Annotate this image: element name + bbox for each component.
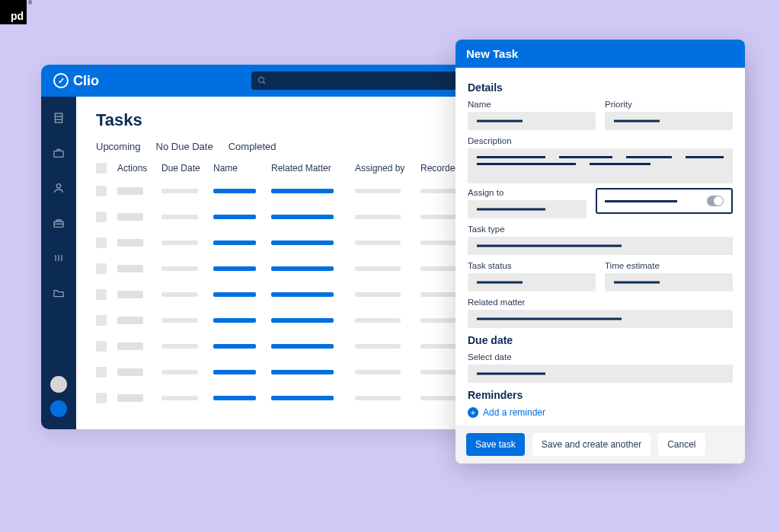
- name-link[interactable]: [213, 318, 256, 323]
- person-icon[interactable]: [53, 182, 65, 194]
- assigned-placeholder: [355, 266, 401, 271]
- new-task-modal: New Task Details Name Priority Descripti…: [456, 40, 745, 464]
- matter-link[interactable]: [271, 189, 334, 193]
- recorded-placeholder: [420, 266, 459, 271]
- actions-placeholder[interactable]: [117, 187, 143, 195]
- section-reminders: Reminders: [468, 389, 733, 401]
- recorded-placeholder: [420, 370, 459, 374]
- due-placeholder: [161, 292, 198, 297]
- actions-placeholder[interactable]: [117, 394, 143, 402]
- svg-rect-2: [55, 113, 62, 123]
- name-link[interactable]: [213, 396, 256, 400]
- recorded-placeholder: [420, 396, 459, 400]
- action-circle[interactable]: [50, 400, 67, 417]
- save-task-button[interactable]: Save task: [466, 433, 525, 456]
- assign-toggle[interactable]: [707, 196, 724, 206]
- plus-icon: +: [468, 407, 478, 418]
- time-estimate-field[interactable]: [605, 273, 733, 291]
- search-input[interactable]: [251, 72, 457, 90]
- col-actions: Actions: [117, 163, 161, 174]
- pd-badge: [0, 0, 27, 24]
- section-due-date: Due date: [468, 334, 733, 346]
- name-link[interactable]: [213, 370, 256, 374]
- actions-placeholder[interactable]: [117, 342, 143, 350]
- row-checkbox[interactable]: [96, 367, 107, 377]
- folder-icon[interactable]: [53, 287, 65, 299]
- actions-placeholder[interactable]: [117, 239, 143, 247]
- row-checkbox[interactable]: [96, 237, 107, 248]
- matter-link[interactable]: [271, 241, 334, 245]
- building-icon[interactable]: [53, 112, 65, 124]
- due-placeholder: [161, 215, 198, 219]
- assigned-placeholder: [355, 318, 401, 323]
- cancel-button[interactable]: Cancel: [658, 433, 705, 456]
- assigned-placeholder: [355, 370, 401, 374]
- matter-link[interactable]: [271, 344, 334, 349]
- row-checkbox[interactable]: [96, 212, 107, 222]
- row-checkbox[interactable]: [96, 393, 107, 403]
- description-field[interactable]: [468, 148, 733, 183]
- row-checkbox[interactable]: [96, 289, 107, 300]
- actions-placeholder[interactable]: [117, 317, 143, 324]
- toolbox-icon[interactable]: [53, 217, 65, 229]
- name-link[interactable]: [213, 266, 256, 271]
- avatar-circle[interactable]: [50, 376, 67, 393]
- bars-icon[interactable]: [53, 252, 65, 264]
- assigned-placeholder: [355, 189, 401, 193]
- matter-link[interactable]: [271, 266, 334, 271]
- label-related-matter: Related matter: [468, 298, 733, 307]
- actions-placeholder[interactable]: [117, 368, 143, 376]
- actions-placeholder[interactable]: [117, 265, 143, 272]
- matter-link[interactable]: [271, 370, 334, 374]
- related-matter-field[interactable]: [468, 310, 733, 328]
- label-task-type: Task type: [468, 225, 733, 234]
- actions-placeholder[interactable]: [117, 291, 143, 298]
- recorded-placeholder: [420, 241, 459, 245]
- tab-upcoming[interactable]: Upcoming: [96, 141, 141, 152]
- row-checkbox[interactable]: [96, 186, 107, 196]
- save-create-another-button[interactable]: Save and create another: [532, 433, 651, 456]
- name-link[interactable]: [213, 215, 256, 219]
- col-assigned: Assigned by: [355, 163, 420, 174]
- assigned-placeholder: [355, 396, 401, 400]
- sidebar: [41, 97, 76, 429]
- assigned-placeholder: [355, 292, 401, 297]
- recorded-placeholder: [420, 189, 459, 193]
- row-checkbox[interactable]: [96, 315, 107, 326]
- due-placeholder: [161, 344, 198, 349]
- matter-link[interactable]: [271, 292, 334, 297]
- assign-to-field[interactable]: [468, 200, 587, 218]
- task-type-field[interactable]: [468, 237, 733, 255]
- assign-toggle-box[interactable]: [596, 188, 733, 214]
- tab-completed[interactable]: Completed: [229, 141, 277, 152]
- label-assign-to: Assign to: [468, 188, 587, 197]
- name-link[interactable]: [213, 189, 256, 193]
- svg-rect-5: [54, 151, 63, 157]
- add-reminder-link[interactable]: + Add a reminder: [468, 407, 733, 418]
- matter-link[interactable]: [271, 215, 334, 219]
- search-icon: [257, 76, 267, 85]
- name-link[interactable]: [213, 344, 256, 349]
- svg-point-6: [56, 184, 60, 188]
- due-placeholder: [161, 370, 198, 374]
- add-reminder-label: Add a reminder: [483, 407, 545, 418]
- actions-placeholder[interactable]: [117, 213, 143, 221]
- row-checkbox[interactable]: [96, 341, 107, 352]
- due-placeholder: [161, 266, 198, 271]
- tab-no-due-date[interactable]: No Due Date: [156, 141, 213, 152]
- label-time-estimate: Time estimate: [605, 261, 733, 270]
- select-all-checkbox[interactable]: [96, 163, 107, 174]
- due-placeholder: [161, 241, 198, 245]
- name-link[interactable]: [213, 292, 256, 297]
- due-placeholder: [161, 396, 198, 400]
- name-field[interactable]: [468, 112, 596, 130]
- row-checkbox[interactable]: [96, 263, 107, 274]
- select-date-field[interactable]: [468, 365, 733, 383]
- matter-link[interactable]: [271, 318, 334, 323]
- task-status-field[interactable]: [468, 273, 596, 291]
- name-link[interactable]: [213, 241, 256, 245]
- briefcase-icon[interactable]: [53, 147, 65, 159]
- reg-mark: ®: [28, 0, 32, 5]
- priority-field[interactable]: [605, 112, 733, 130]
- matter-link[interactable]: [271, 396, 334, 400]
